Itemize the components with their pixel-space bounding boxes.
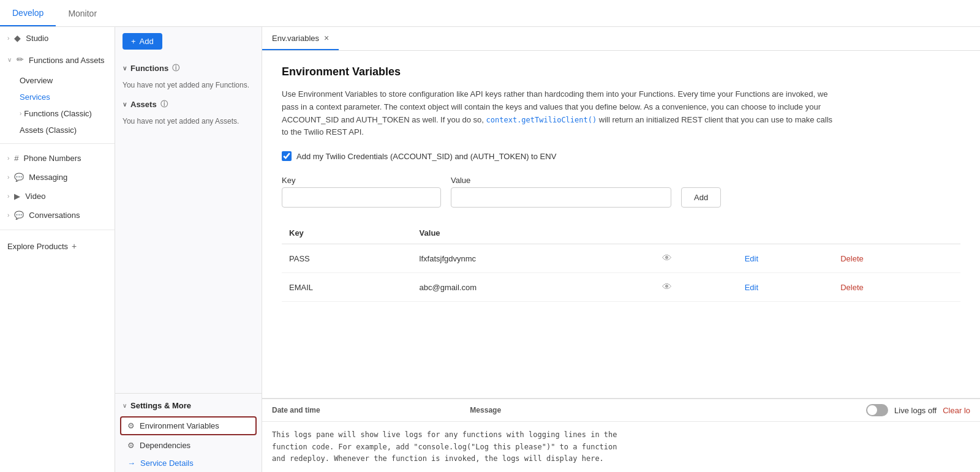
key-field-label: Key xyxy=(282,176,441,185)
env-variables-label: Environment Variables xyxy=(140,421,219,430)
assets-collapse-arrow[interactable]: ∨ xyxy=(123,101,127,108)
clear-logs-link[interactable]: Clear lo xyxy=(943,406,970,415)
tab-develop[interactable]: Develop xyxy=(0,0,56,26)
row-email-key: EMAIL xyxy=(282,273,412,302)
table-row: EMAIL abc@gmail.com 👁 Edit Delete xyxy=(282,273,960,302)
functions-empty-text: You have not yet added any Functions. xyxy=(123,78,254,92)
pencil-icon: ✏ xyxy=(17,54,24,64)
sidebar-sub-item-functions-classic[interactable]: › Functions (Classic) xyxy=(0,105,115,122)
chevron-right-icon: › xyxy=(20,110,21,117)
env-variables-table: Key Value PASS lfxfatsjfgdvynmc 👁 Edit D… xyxy=(282,222,960,302)
functions-section-title: Functions xyxy=(130,64,168,73)
assets-section-title: Assets xyxy=(130,100,157,109)
logs-datetime-header: Date and time xyxy=(272,406,470,414)
assets-info-icon: ⓘ xyxy=(160,99,168,110)
sidebar-sub-item-services[interactable]: Services xyxy=(0,89,115,105)
tab-monitor[interactable]: Monitor xyxy=(56,0,109,26)
plus-icon: + xyxy=(72,241,77,251)
row-pass-delete[interactable]: Delete xyxy=(840,254,864,263)
sidebar-label-messaging: Messaging xyxy=(29,173,67,182)
logs-message-header: Message xyxy=(470,406,866,414)
sidebar-sub-item-overview[interactable]: Overview xyxy=(0,72,115,89)
chevron-right-icon: › xyxy=(7,193,9,200)
code-snippet-link[interactable]: context.getTwilioClient() xyxy=(486,116,597,124)
key-input[interactable] xyxy=(282,187,441,208)
add-button-label: Add xyxy=(140,37,154,46)
sidebar-label-functions-assets: Functions and Assets xyxy=(29,55,105,66)
col-key: Key xyxy=(282,222,412,244)
settings-collapse-arrow[interactable]: ∨ xyxy=(123,402,127,409)
tab-env-variables[interactable]: Env.variables × xyxy=(262,27,339,50)
sidebar-item-video[interactable]: › ▶ Video xyxy=(0,187,115,206)
row-email-eye-icon[interactable]: 👁 xyxy=(662,282,672,292)
tab-close-icon[interactable]: × xyxy=(324,33,329,43)
kv-add-button[interactable]: Add xyxy=(681,187,721,208)
sidebar-item-messaging[interactable]: › 💬 Messaging xyxy=(0,168,115,187)
env-variables-desc: Use Environment Variables to store confi… xyxy=(282,88,833,139)
add-plus-icon: + xyxy=(131,37,136,46)
settings-item-dependencies[interactable]: ⚙ Dependencies xyxy=(115,436,262,454)
value-input[interactable] xyxy=(451,187,671,208)
row-pass-key: PASS xyxy=(282,244,412,273)
settings-section-title: Settings & More xyxy=(130,401,191,410)
functions-info-icon: ⓘ xyxy=(172,63,179,73)
sidebar-item-functions-assets[interactable]: ∨ ✏ Functions and Assets xyxy=(0,49,115,72)
service-details-label: Service Details xyxy=(140,459,194,468)
chevron-right-icon: › xyxy=(7,174,9,181)
row-pass-value: lfxfatsjfgdvynmc xyxy=(412,244,655,273)
live-logs-label: Live logs off xyxy=(894,406,937,415)
sidebar-label-conversations: Conversations xyxy=(29,211,80,220)
assets-empty-text: You have not yet added any Assets. xyxy=(123,114,254,128)
explore-products[interactable]: Explore Products + xyxy=(0,235,115,257)
hash-icon: # xyxy=(14,154,18,163)
chevron-down-icon: ∨ xyxy=(7,56,12,63)
row-email-edit[interactable]: Edit xyxy=(745,283,758,292)
sidebar-item-studio[interactable]: › ◆ Studio xyxy=(0,27,115,49)
sidebar-item-conversations[interactable]: › 💬 Conversations xyxy=(0,206,115,225)
studio-icon: ◆ xyxy=(14,33,21,43)
gear-icon: ⚙ xyxy=(127,421,135,430)
arrow-icon: → xyxy=(127,459,135,468)
credentials-checkbox-label: Add my Twilio Credentials (ACCOUNT_SID) … xyxy=(296,152,556,161)
col-value: Value xyxy=(412,222,655,244)
chevron-right-icon: › xyxy=(7,155,9,162)
chevron-right-icon: › xyxy=(7,35,9,42)
sidebar-label-studio: Studio xyxy=(26,34,48,43)
settings-item-env-variables[interactable]: ⚙ Environment Variables xyxy=(120,416,257,435)
video-icon: ▶ xyxy=(14,192,20,201)
row-email-value: abc@gmail.com xyxy=(412,273,655,302)
credentials-checkbox[interactable] xyxy=(282,151,292,161)
sidebar-label-explore: Explore Products xyxy=(7,242,68,251)
add-button[interactable]: + Add xyxy=(123,33,162,50)
sidebar-sub-item-assets-classic[interactable]: Assets (Classic) xyxy=(0,122,115,138)
convo-icon: 💬 xyxy=(14,211,24,220)
env-variables-title: Environment Variables xyxy=(282,66,960,78)
dependencies-label: Dependencies xyxy=(140,441,190,450)
gear-icon-dep: ⚙ xyxy=(127,441,135,450)
tab-label: Env.variables xyxy=(272,34,319,43)
sidebar-label-video: Video xyxy=(25,192,45,201)
logs-controls: Live logs off Clear lo xyxy=(866,404,970,416)
row-pass-eye-icon[interactable]: 👁 xyxy=(662,253,672,263)
row-pass-edit[interactable]: Edit xyxy=(745,254,758,263)
settings-item-service-details[interactable]: → Service Details xyxy=(115,454,262,472)
table-row: PASS lfxfatsjfgdvynmc 👁 Edit Delete xyxy=(282,244,960,273)
chevron-right-icon: › xyxy=(7,212,9,219)
logs-body: This logs pane will show live logs for a… xyxy=(262,422,980,472)
functions-collapse-arrow[interactable]: ∨ xyxy=(123,65,127,72)
live-logs-toggle[interactable] xyxy=(866,404,888,416)
sidebar-label-phone-numbers: Phone Numbers xyxy=(24,154,81,163)
credentials-checkbox-row: Add my Twilio Credentials (ACCOUNT_SID) … xyxy=(282,151,960,161)
chat-icon: 💬 xyxy=(14,173,24,182)
row-email-delete[interactable]: Delete xyxy=(840,283,864,292)
value-field-label: Value xyxy=(451,176,671,185)
sidebar-item-phone-numbers[interactable]: › # Phone Numbers xyxy=(0,149,115,168)
